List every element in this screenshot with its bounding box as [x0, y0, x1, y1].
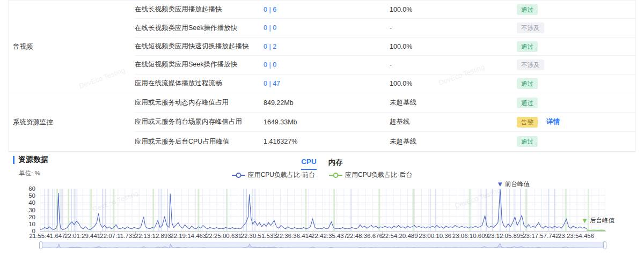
- metric-name-cell: 在线长视频类应用播放起播快: [135, 5, 264, 14]
- peak-marker-label: 前台峰值: [505, 180, 530, 188]
- cpu-background-line: [587, 230, 605, 230]
- table-row: 在线短视频类应用快速切换播放起播快0 | 2100.0%通过: [135, 38, 635, 56]
- y-tick-label: 60: [15, 185, 35, 192]
- group-rows: 应用或元服务动态内存峰值占用849.22Mb未超基线通过应用或元服务前台场景内存…: [135, 93, 635, 151]
- metric-result-cell: 未超基线: [390, 137, 517, 146]
- cpu-line-chart-plot: [40, 189, 605, 231]
- status-badge: 告警: [517, 117, 538, 128]
- status-cell: 不涉及: [517, 59, 635, 70]
- x-tick-label: 23:00:10.36: [419, 233, 451, 239]
- metric-name-cell: 应用在线流媒体播放过程流畅: [135, 79, 264, 88]
- status-badge: 通过: [517, 78, 538, 89]
- x-tick-label: 23:06:10.609: [452, 233, 488, 239]
- y-tick-label: 10: [15, 221, 35, 227]
- metric-result-cell: -: [390, 24, 517, 32]
- x-tick-label: 22:30:51.533: [241, 233, 277, 239]
- x-tick-label: 22:54:20.489: [382, 233, 418, 239]
- y-tick-label: 20: [15, 214, 35, 220]
- status-badge: 通过: [517, 136, 538, 147]
- legend-item-background[interactable]: 应用CPU负载占比-后台: [329, 170, 412, 180]
- table-group: 音视频在线长视频类应用播放起播快0 | 6100.0%通过在线长视频类应用See…: [9, 1, 635, 93]
- table-row: 在线长视频类应用播放起播快0 | 6100.0%通过: [135, 1, 635, 19]
- status-badge: 不涉及: [517, 59, 544, 70]
- x-tick-label: 21:55:41.647: [29, 233, 65, 239]
- group-rows: 在线长视频类应用播放起播快0 | 6100.0%通过在线长视频类应用Seek操作…: [135, 1, 635, 93]
- metric-name-cell: 应用或元服务动态内存峰值占用: [135, 98, 264, 107]
- blue-peak-arrow-icon: ▼: [496, 181, 503, 188]
- table-row: 应用在线流媒体播放过程流畅0 | 47100.0%通过: [135, 75, 635, 93]
- y-tick-label: 30: [15, 207, 35, 213]
- y-tick-label: 40: [15, 199, 35, 206]
- status-badge: 通过: [517, 4, 538, 15]
- status-cell: 告警详情: [517, 117, 635, 128]
- tab-cpu[interactable]: CPU: [301, 158, 317, 170]
- metric-value-link[interactable]: 0 | 6: [264, 6, 390, 13]
- metric-result-cell: 100.0%: [390, 80, 517, 87]
- status-badge: 通过: [517, 98, 538, 108]
- metric-result-cell: 100.0%: [390, 43, 517, 50]
- datazoom-left-handle[interactable]: [39, 241, 42, 249]
- metric-value-link[interactable]: 0 | 0: [264, 61, 390, 69]
- x-tick-label: 22:36:36.414: [276, 233, 312, 239]
- metric-value-cell: 1.416327%: [264, 138, 390, 145]
- x-tick-label: 22:42:35.437: [311, 233, 347, 239]
- table-row: 应用或元服务动态内存峰值占用849.22Mb未超基线通过: [135, 93, 635, 113]
- category-cell: 音视频: [9, 1, 135, 93]
- metric-result-cell: 100.0%: [390, 6, 517, 13]
- legend-line-circle-icon: [329, 172, 342, 178]
- table-row: 在线短视频类应用Seek操作播放快0 | 0-不涉及: [135, 56, 635, 74]
- legend-label: 应用CPU负载占比-前台: [248, 170, 315, 180]
- metric-value-link[interactable]: 0 | 2: [264, 43, 390, 50]
- table-row: 应用或元服务后台CPU占用峰值1.416327%未超基线通过: [135, 132, 635, 151]
- x-tick-mark: [418, 232, 418, 234]
- x-tick-label: 22:07:11.733: [100, 233, 135, 239]
- table-group: 系统资源监控应用或元服务动态内存峰值占用849.22Mb未超基线通过应用或元服务…: [9, 93, 635, 152]
- x-tick-label: 22:19:14.463: [170, 233, 206, 239]
- test-report-table: 音视频在线长视频类应用播放起播快0 | 6100.0%通过在线长视频类应用See…: [8, 0, 636, 152]
- x-tick-label: 22:48:36.676: [347, 233, 383, 239]
- table-row: 在线长视频类应用Seek操作播放快0 | 0-不涉及: [135, 19, 635, 37]
- x-tick-label: 22:13:12.893: [135, 233, 171, 239]
- foreground-peak-marker: ▼前台峰值: [496, 180, 530, 188]
- status-badge: 不涉及: [517, 23, 544, 33]
- metric-value-link[interactable]: 0 | 0: [264, 24, 390, 32]
- metric-name-cell: 在线短视频类应用快速切换播放起播快: [135, 42, 264, 51]
- status-cell: 通过: [517, 4, 635, 15]
- datazoom-right-handle[interactable]: [603, 241, 606, 249]
- x-axis-line: [40, 231, 606, 232]
- status-cell: 通过: [517, 78, 635, 89]
- status-cell: 通过: [517, 98, 635, 108]
- table-row: 应用或元服务前台场景内存峰值占用1649.33Mb超基线告警详情: [135, 113, 635, 132]
- status-cell: 不涉及: [517, 23, 635, 33]
- metric-value-cell: 1649.33Mb: [264, 118, 390, 126]
- tab-内存[interactable]: 内存: [328, 158, 343, 170]
- chart-legend: 应用CPU负载占比-前台应用CPU负载占比-后台: [0, 170, 644, 180]
- x-tick-label: 23:12:05.895: [488, 233, 524, 239]
- category-cell: 系统资源监控: [9, 93, 135, 151]
- metric-result-cell: 超基线: [390, 117, 517, 126]
- x-tick-label: 22:25:00.631: [206, 233, 241, 239]
- cpu-foreground-line: [40, 189, 587, 229]
- metric-value-cell: 849.22Mb: [264, 99, 390, 107]
- metric-name-cell: 应用或元服务前台场景内存峰值占用: [135, 117, 264, 126]
- status-cell: 通过: [517, 41, 635, 52]
- metric-result-cell: 未超基线: [390, 98, 517, 107]
- metric-value-link[interactable]: 0 | 47: [264, 80, 390, 87]
- legend-line-circle-icon: [232, 172, 245, 178]
- status-badge: 通过: [517, 41, 538, 52]
- x-tick-label: 22:01:29.441: [64, 233, 100, 239]
- cpu-chart-canvas: [40, 189, 605, 231]
- metric-result-cell: -: [390, 61, 517, 69]
- chart-tabs: CPU内存: [0, 158, 644, 170]
- status-cell: 通过: [517, 136, 635, 147]
- x-tick-label: 23:23:54.456: [558, 233, 594, 239]
- green-peak-arrow-icon: ▼: [581, 218, 588, 224]
- metric-name-cell: 在线长视频类应用Seek操作播放快: [135, 24, 264, 33]
- detail-link[interactable]: 详情: [546, 117, 560, 126]
- peak-marker-label: 后台峰值: [590, 217, 614, 225]
- metric-name-cell: 应用或元服务后台CPU占用峰值: [135, 137, 264, 146]
- legend-item-foreground[interactable]: 应用CPU负载占比-前台: [232, 170, 315, 180]
- metric-name-cell: 在线短视频类应用Seek操作播放快: [135, 60, 264, 69]
- legend-label: 应用CPU负载占比-后台: [345, 170, 412, 180]
- datazoom-slider[interactable]: [40, 242, 605, 248]
